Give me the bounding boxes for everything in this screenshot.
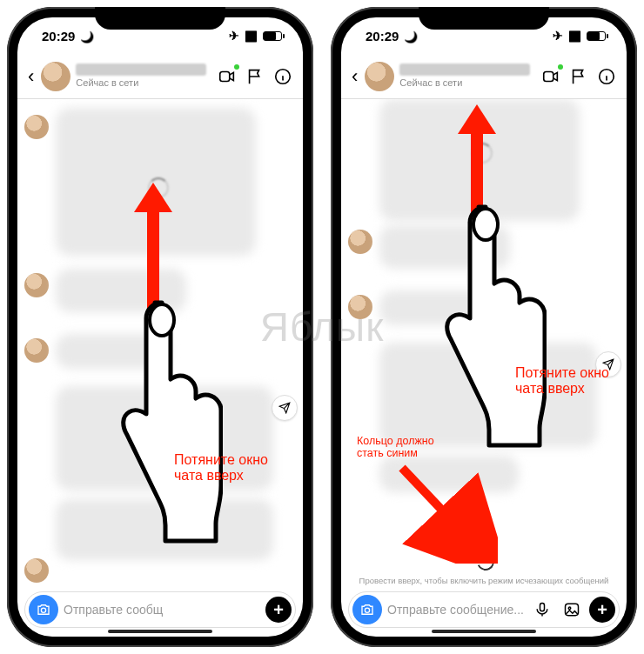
info-button[interactable] — [595, 65, 618, 88]
clock: 20:29 — [366, 29, 399, 43]
clock: 20:29 — [42, 29, 75, 43]
user-name-blurred — [76, 63, 206, 76]
home-indicator — [432, 630, 536, 633]
message-avatar — [24, 558, 49, 583]
user-name-blurred — [399, 63, 530, 76]
wifi-icon — [245, 30, 258, 43]
battery-icon — [587, 31, 606, 41]
svg-rect-8 — [566, 604, 579, 615]
loading-spinner-icon — [148, 177, 169, 198]
user-status: Сейчас в сети — [399, 77, 534, 88]
message-input[interactable]: Отправьте сообщение... — [387, 603, 525, 617]
blurred-message — [56, 334, 169, 369]
blurred-message — [56, 269, 186, 312]
blurred-message — [56, 499, 273, 560]
user-status: Сейчас в сети — [76, 77, 211, 88]
blurred-message — [56, 386, 273, 490]
airplane-mode-icon — [229, 29, 239, 43]
blurred-message — [379, 225, 510, 269]
vanish-mode-hint: Провести вверх, чтобы включить режим исч… — [350, 576, 618, 585]
notch — [95, 7, 225, 30]
message-avatar — [24, 273, 49, 297]
svg-rect-7 — [540, 604, 545, 611]
airplane-mode-icon — [553, 29, 563, 43]
blurred-message — [379, 343, 597, 447]
message-avatar — [24, 115, 49, 139]
blurred-message — [379, 456, 519, 492]
progress-ring-icon — [474, 551, 497, 573]
chat-header: ‹ Сейчас в сети — [17, 54, 303, 99]
phone-frame-right: 20:29 ‹ Сейчас в сети — [331, 7, 637, 647]
do-not-disturb-icon — [404, 29, 418, 43]
loading-spinner-icon — [472, 143, 493, 164]
message-input[interactable]: Отправьте сообщ — [64, 603, 260, 617]
message-avatar — [348, 295, 372, 319]
svg-rect-4 — [544, 71, 553, 81]
svg-point-2 — [41, 608, 45, 612]
do-not-disturb-icon — [80, 29, 94, 43]
back-button[interactable]: ‹ — [26, 65, 36, 88]
add-button[interactable]: + — [589, 597, 615, 623]
message-avatar — [348, 230, 372, 254]
chat-header: ‹ Сейчас в сети — [341, 54, 627, 99]
share-button[interactable] — [272, 395, 298, 421]
flag-button[interactable] — [567, 65, 590, 88]
back-button[interactable]: ‹ — [350, 65, 359, 88]
chat-scroll-area[interactable] — [17, 99, 303, 588]
wifi-icon — [568, 30, 581, 43]
blurred-message — [379, 290, 493, 325]
svg-rect-0 — [220, 71, 230, 81]
add-button[interactable]: + — [265, 597, 292, 623]
video-call-button[interactable] — [216, 65, 238, 88]
battery-icon — [263, 31, 282, 41]
avatar[interactable] — [365, 62, 394, 91]
message-avatar — [24, 338, 49, 363]
message-input-bar: Отправьте сообщ + — [24, 591, 296, 628]
notch — [419, 7, 549, 30]
phone-frame-left: 20:29 ‹ Сейчас в сети — [7, 7, 313, 647]
gallery-button[interactable] — [560, 597, 584, 622]
share-button[interactable] — [595, 351, 621, 377]
message-input-bar: Отправьте сообщение... + — [348, 591, 620, 628]
chat-scroll-area[interactable]: Провести вверх, чтобы включить режим исч… — [341, 99, 627, 588]
flag-button[interactable] — [244, 65, 266, 88]
avatar[interactable] — [41, 62, 70, 91]
home-indicator — [108, 630, 212, 633]
video-call-button[interactable] — [540, 65, 562, 88]
camera-button[interactable] — [29, 595, 58, 624]
svg-point-9 — [568, 607, 571, 610]
svg-point-6 — [365, 608, 369, 612]
mic-button[interactable] — [530, 597, 554, 622]
camera-button[interactable] — [352, 595, 382, 624]
info-button[interactable] — [272, 65, 294, 88]
